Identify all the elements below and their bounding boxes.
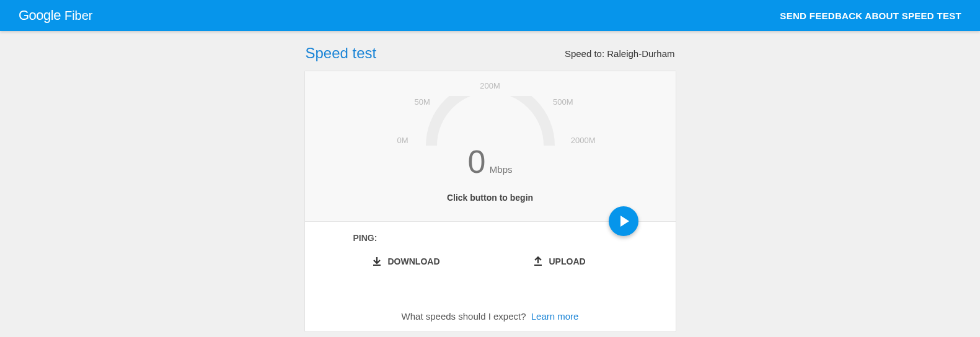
footer-section: What speeds should I expect? Learn more: [305, 286, 676, 331]
gauge-arc-icon: [425, 96, 555, 146]
download-metric: DOWNLOAD: [372, 256, 440, 266]
speed-readout: 0 Mbps: [305, 143, 676, 180]
upload-icon: [533, 256, 543, 266]
download-icon: [372, 256, 382, 266]
speed-to-location: Raleigh-Durham: [607, 48, 674, 59]
ping-label: PING:: [353, 233, 651, 243]
speed-unit: Mbps: [490, 164, 513, 175]
speed-test-card: 0M 50M 200M 500M 2000M 0 Mbps Click butt…: [304, 71, 676, 332]
send-feedback-link[interactable]: SEND FEEDBACK ABOUT SPEED TEST: [780, 11, 961, 21]
speed-value: 0: [467, 143, 485, 180]
gauge-tick-50: 50M: [415, 97, 430, 107]
upload-label: UPLOAD: [549, 256, 586, 266]
logo-google-text: Google: [19, 7, 61, 24]
learn-more-link[interactable]: Learn more: [531, 311, 579, 322]
main-content: Speed test Speed to: Raleigh-Durham 0M 5…: [304, 45, 676, 332]
gauge-tick-2000: 2000M: [571, 136, 596, 145]
footer-question: What speeds should I expect?: [402, 311, 526, 322]
gauge-tick-200: 200M: [480, 81, 500, 90]
location-label: Speed to: Raleigh-Durham: [565, 48, 675, 59]
gauge-tick-500: 500M: [553, 97, 573, 107]
gauge-tick-0: 0M: [397, 136, 408, 145]
start-test-button[interactable]: [609, 206, 638, 236]
speed-to-prefix: Speed to:: [565, 48, 607, 59]
gauge-section: 0M 50M 200M 500M 2000M 0 Mbps Click butt…: [305, 71, 676, 222]
download-label: DOWNLOAD: [388, 256, 440, 266]
gauge: 0M 50M 200M 500M 2000M: [391, 79, 589, 147]
page-title: Speed test: [306, 45, 377, 62]
logo[interactable]: Google Fiber: [19, 7, 93, 24]
title-bar: Speed test Speed to: Raleigh-Durham: [304, 45, 676, 62]
logo-fiber-text: Fiber: [64, 9, 93, 23]
upload-metric: UPLOAD: [533, 256, 586, 266]
play-icon: [620, 216, 629, 227]
instruction-text: Click button to begin: [305, 193, 676, 203]
header: Google Fiber SEND FEEDBACK ABOUT SPEED T…: [0, 0, 980, 31]
download-upload-row: DOWNLOAD UPLOAD: [353, 256, 651, 266]
